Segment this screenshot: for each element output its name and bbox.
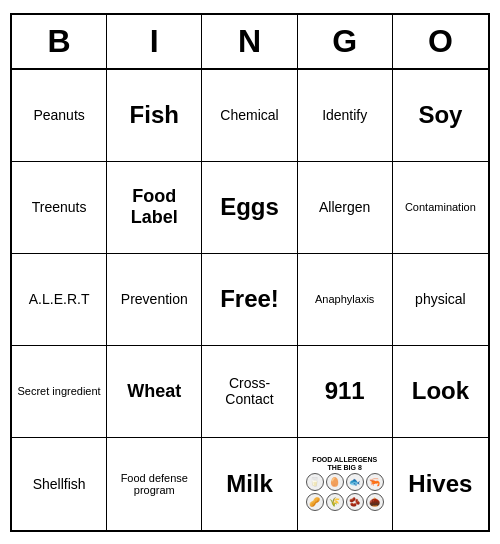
allergen-icon-shellfish: 🦐 [366,473,384,491]
cell-r1c1: Peanuts [12,70,107,162]
header-o: O [393,15,488,68]
bingo-card: B I N G O Peanuts Fish Chemical Identify… [10,13,490,532]
header-b: B [12,15,107,68]
cell-r3c3: Free! [202,254,297,346]
cell-r3c1: A.L.E.R.T [12,254,107,346]
cell-r2c1: Treenuts [12,162,107,254]
allergen-icons-title: FOOD ALLERGENSTHE BIG 8 [312,456,377,471]
allergen-icons-row2: 🥜 🌾 🫘 🌰 [306,493,384,511]
allergen-icon-treenuts: 🌰 [366,493,384,511]
cell-r2c4: Allergen [298,162,393,254]
cell-r3c4: Anaphylaxis [298,254,393,346]
header-i: I [107,15,202,68]
cell-r1c4: Identify [298,70,393,162]
header-n: N [202,15,297,68]
cell-r5c4: FOOD ALLERGENSTHE BIG 8 🥛 🥚 🐟 🦐 🥜 🌾 🫘 🌰 [298,438,393,530]
header-g: G [298,15,393,68]
allergen-icon-wheat: 🌾 [326,493,344,511]
bingo-grid: Peanuts Fish Chemical Identify Soy Treen… [12,70,488,530]
cell-r4c5: Look [393,346,488,438]
cell-r2c2: Food Label [107,162,202,254]
cell-r4c1: Secret ingredient [12,346,107,438]
cell-r5c3: Milk [202,438,297,530]
cell-r1c2: Fish [107,70,202,162]
cell-r3c5: physical [393,254,488,346]
cell-r5c5: Hives [393,438,488,530]
allergen-icons: FOOD ALLERGENSTHE BIG 8 🥛 🥚 🐟 🦐 🥜 🌾 🫘 🌰 [306,456,384,511]
cell-r4c3: Cross-Contact [202,346,297,438]
allergen-icons-row1: 🥛 🥚 🐟 🦐 [306,473,384,491]
allergen-icon-egg: 🥚 [326,473,344,491]
allergen-icon-milk: 🥛 [306,473,324,491]
allergen-icon-nuts: 🥜 [306,493,324,511]
allergen-icon-soy: 🫘 [346,493,364,511]
allergen-icon-fish: 🐟 [346,473,364,491]
cell-r4c2: Wheat [107,346,202,438]
cell-r5c2: Food defense program [107,438,202,530]
cell-r2c3: Eggs [202,162,297,254]
cell-r1c5: Soy [393,70,488,162]
cell-r4c4: 911 [298,346,393,438]
bingo-header: B I N G O [12,15,488,70]
cell-r3c2: Prevention [107,254,202,346]
cell-r1c3: Chemical [202,70,297,162]
cell-r5c1: Shellfish [12,438,107,530]
cell-r2c5: Contamination [393,162,488,254]
